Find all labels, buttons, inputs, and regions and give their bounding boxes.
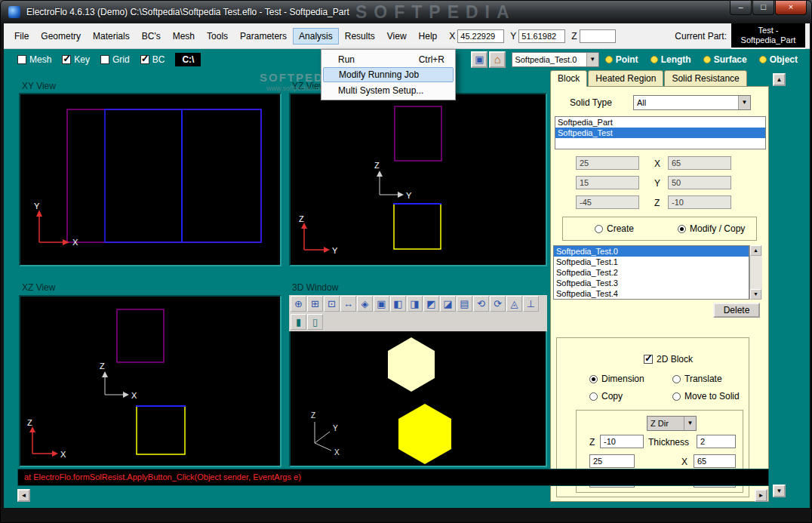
solid-display-icon[interactable]: ▮ (291, 314, 306, 330)
hscroll-left-icon[interactable]: ◄ (17, 489, 30, 502)
thickness-field[interactable]: 2 (697, 435, 736, 448)
pick-length-radio[interactable]: Length (651, 54, 691, 65)
coord-x-field[interactable]: 45.22929 (457, 29, 504, 43)
front-view-icon[interactable]: ◧ (390, 296, 406, 312)
vscroll-down-icon[interactable]: ▼ (773, 485, 786, 497)
2d-block-checkbox[interactable]: ✓ 2D Block (644, 354, 693, 365)
dim2-a-field[interactable]: 15 (576, 176, 639, 189)
xy-view-canvas[interactable]: Y X (19, 93, 281, 266)
modify-copy-radio-circle[interactable] (678, 225, 686, 233)
chevron-down-icon[interactable]: ▼ (586, 53, 598, 66)
iso-view-icon[interactable]: ◈ (357, 296, 373, 312)
yz-view-canvas[interactable]: Z Y Z Y (289, 93, 547, 266)
cube-view-icon[interactable]: ▣ (374, 296, 389, 312)
active-block-combo[interactable]: Softpedia_Test.0 ▼ (512, 52, 598, 67)
translate-radio-circle[interactable] (672, 375, 681, 383)
vscroll-up-icon[interactable]: ▲ (773, 73, 786, 86)
grid-checkbox[interactable]: Grid (100, 54, 130, 65)
mesh-checkbox-box[interactable] (17, 55, 26, 64)
chevron-down-icon[interactable]: ▼ (684, 417, 696, 430)
list-item[interactable]: Softpedia_Test.3 (554, 278, 749, 288)
rotate-right-icon[interactable]: ⟳ (490, 296, 506, 312)
create-radio[interactable]: Create (595, 223, 634, 234)
mesh-checkbox[interactable]: Mesh (17, 54, 51, 65)
bc-checkbox[interactable]: ✓ BC (140, 54, 165, 65)
list-item[interactable]: Softpedia_Test.4 (554, 288, 749, 299)
menu-materials[interactable]: Materials (87, 28, 136, 45)
menu-geometry[interactable]: Geometry (35, 28, 87, 45)
list-item[interactable]: Softpedia_Test.1 (554, 257, 749, 267)
dim3-a-field[interactable]: -45 (576, 195, 639, 209)
solid-type-combo[interactable]: All ▼ (633, 95, 751, 110)
list-item[interactable]: Softpedia_Test.2 (554, 267, 749, 278)
pick-object-radio[interactable]: Object (759, 54, 798, 65)
bottom-view-icon[interactable]: ◪ (440, 296, 456, 312)
coord-y-field[interactable]: 51.61982 (518, 29, 565, 43)
tab-heated-region[interactable]: Heated Region (588, 70, 663, 86)
menu-item-modify-running-job[interactable]: Modify Running Job (323, 67, 454, 82)
copy-radio-circle[interactable] (589, 392, 598, 401)
list-item[interactable]: Softpedia_Test (555, 128, 765, 138)
move-to-solid-radio[interactable]: Move to Solid (672, 391, 740, 401)
right-view-icon[interactable]: ◨ (407, 296, 423, 312)
delete-button[interactable]: Delete (713, 303, 760, 318)
menu-bcs[interactable]: BC's (136, 28, 167, 45)
zoom-window-icon[interactable]: ⊞ (307, 296, 323, 312)
dimension-radio[interactable]: Dimension (589, 374, 644, 384)
dim1-a-field[interactable]: 25 (576, 156, 639, 170)
dim3-b-field[interactable]: -10 (668, 195, 731, 209)
wireframe-display-icon[interactable]: ▯ (307, 314, 323, 330)
maximize-icon[interactable]: □ (752, 1, 774, 15)
blocks-list-scrollbar[interactable]: ▲ ▼ (749, 245, 762, 300)
menu-item-multi-system-setup[interactable]: Multi System Setup... (321, 82, 455, 98)
dim2-b-field[interactable]: 50 (668, 176, 731, 189)
menu-analysis[interactable]: Analysis (293, 28, 339, 45)
scroll-down-icon[interactable]: ▼ (750, 289, 761, 300)
blocks-listbox[interactable]: Softpedia_Test.0 Softpedia_Test.1 Softpe… (553, 245, 749, 300)
top-view-icon[interactable]: ◩ (423, 296, 439, 312)
coord-z-field[interactable] (580, 29, 616, 43)
back-view-icon[interactable]: ▤ (457, 296, 472, 312)
drive-button[interactable]: C:\ (175, 53, 201, 66)
orbit-icon[interactable]: ◬ (506, 296, 522, 312)
axis-icon[interactable]: ⊥ (523, 296, 539, 312)
key-checkbox-box[interactable]: ✓ (62, 55, 71, 64)
tab-block[interactable]: Block (550, 70, 587, 87)
direction-combo[interactable]: Z Dir ▼ (647, 416, 697, 431)
menu-parameters[interactable]: Parameters (234, 28, 293, 45)
parts-listbox[interactable]: Softpedia_Part Softpedia_Test (555, 116, 766, 149)
dimension-radio-circle[interactable] (589, 375, 598, 383)
x-b-field[interactable]: 65 (694, 454, 736, 468)
translate-radio[interactable]: Translate (672, 374, 722, 384)
move-to-solid-radio-circle[interactable] (672, 392, 681, 401)
tab-solid-resistance[interactable]: Solid Resistance (664, 70, 746, 86)
xz-view-canvas[interactable]: Z X Z X (19, 295, 281, 467)
menu-item-run[interactable]: Run Ctrl+R (321, 51, 455, 67)
rotate-left-icon[interactable]: ⟲ (473, 296, 489, 312)
pick-surface-radio[interactable]: Surface (703, 54, 747, 65)
grid-checkbox-box[interactable] (100, 55, 109, 64)
capture-icon[interactable]: ▣ (471, 51, 488, 68)
list-item[interactable]: Softpedia_Part (555, 117, 765, 128)
menu-help[interactable]: Help (413, 28, 444, 45)
menu-view[interactable]: View (381, 28, 413, 45)
hscroll-right-icon[interactable]: ► (755, 489, 767, 502)
key-checkbox[interactable]: ✓ Key (62, 54, 90, 65)
z-field[interactable]: -10 (600, 435, 644, 448)
pan-icon[interactable]: ↔ (340, 296, 356, 312)
zoom-extents-icon[interactable]: ⊡ (324, 296, 340, 312)
2d-block-checkbox-box[interactable]: ✓ (644, 355, 653, 364)
minimize-icon[interactable]: – (730, 1, 752, 15)
home-icon[interactable]: ⌂ (489, 51, 506, 68)
close-icon[interactable]: × (775, 1, 807, 15)
scroll-up-icon[interactable]: ▲ (750, 245, 761, 256)
threed-canvas[interactable]: Z Y X (289, 331, 547, 467)
menu-results[interactable]: Results (339, 28, 381, 45)
pick-point-radio[interactable]: Point (605, 54, 638, 65)
list-item[interactable]: Softpedia_Test.0 (554, 246, 749, 257)
x-a-field[interactable]: 25 (589, 454, 635, 468)
copy-radio[interactable]: Copy (589, 391, 623, 401)
menu-tools[interactable]: Tools (201, 28, 234, 45)
menu-file[interactable]: File (8, 28, 35, 45)
zoom-icon[interactable]: ⊕ (291, 296, 306, 312)
